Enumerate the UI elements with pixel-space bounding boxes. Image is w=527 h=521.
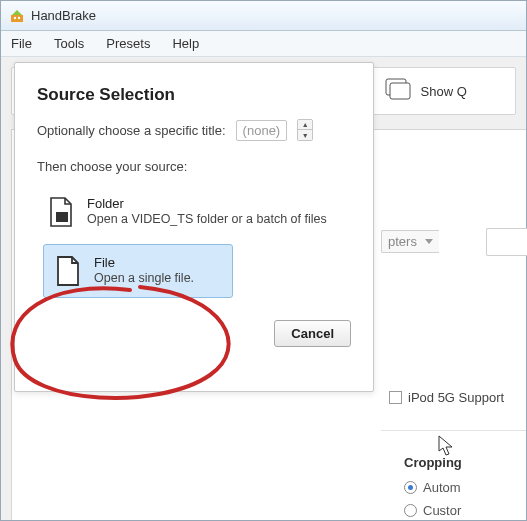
radio-icon [404,481,417,494]
cancel-button[interactable]: Cancel [274,320,351,347]
show-queue-label: Show Q [421,84,467,99]
chapters-label: pters [388,234,417,249]
folder-title: Folder [87,196,327,211]
cropping-custom-radio[interactable]: Custor [404,503,514,518]
cropping-section: Cropping Autom Custor [404,455,514,521]
title-chooser-row: Optionally choose a specific title: (non… [37,119,351,141]
menu-presets[interactable]: Presets [106,36,150,51]
chapters-select[interactable]: pters [381,230,439,253]
folder-icon [47,196,75,228]
checkbox-icon [389,391,402,404]
svg-rect-15 [56,212,68,222]
app-logo-icon [9,8,25,24]
menu-file[interactable]: File [11,36,32,51]
source-selection-panel: Source Selection Optionally choose a spe… [14,62,374,392]
queue-icon [385,78,415,105]
svg-point-2 [18,16,20,18]
cropping-auto-label: Autom [423,480,461,495]
choose-label: Then choose your source: [37,159,351,174]
file-title: File [94,255,194,270]
svg-rect-14 [390,83,410,99]
svg-rect-0 [11,15,23,22]
title-spinner[interactable]: ▲ ▼ [297,119,313,141]
folder-desc: Open a VIDEO_TS folder or a batch of fil… [87,212,327,226]
range-input[interactable] [486,228,527,256]
show-queue-button[interactable]: Show Q [377,74,475,109]
subtitle-label: Optionally choose a specific title: [37,123,226,138]
source-option-file[interactable]: File Open a single file. [43,244,233,298]
svg-point-1 [14,16,16,18]
title-select[interactable]: (none) [236,120,288,141]
cropping-auto-radio[interactable]: Autom [404,480,514,495]
chevron-down-icon [425,239,433,244]
cropping-custom-label: Custor [423,503,461,518]
ipod-label: iPod 5G Support [408,390,504,405]
menu-help[interactable]: Help [172,36,199,51]
spinner-down-icon[interactable]: ▼ [298,130,312,140]
file-desc: Open a single file. [94,271,194,285]
menubar: File Tools Presets Help [1,31,526,57]
source-option-folder[interactable]: Folder Open a VIDEO_TS folder or a batch… [37,186,351,238]
cropping-heading: Cropping [404,455,514,470]
spinner-up-icon[interactable]: ▲ [298,120,312,130]
radio-icon [404,504,417,517]
panel-heading: Source Selection [37,85,351,105]
menu-tools[interactable]: Tools [54,36,84,51]
titlebar: HandBrake [1,1,526,31]
app-title: HandBrake [31,8,96,23]
ipod-checkbox-row[interactable]: iPod 5G Support [389,390,504,405]
panel-button-row: Cancel [37,320,351,347]
separator [381,430,526,431]
file-icon [54,255,82,287]
